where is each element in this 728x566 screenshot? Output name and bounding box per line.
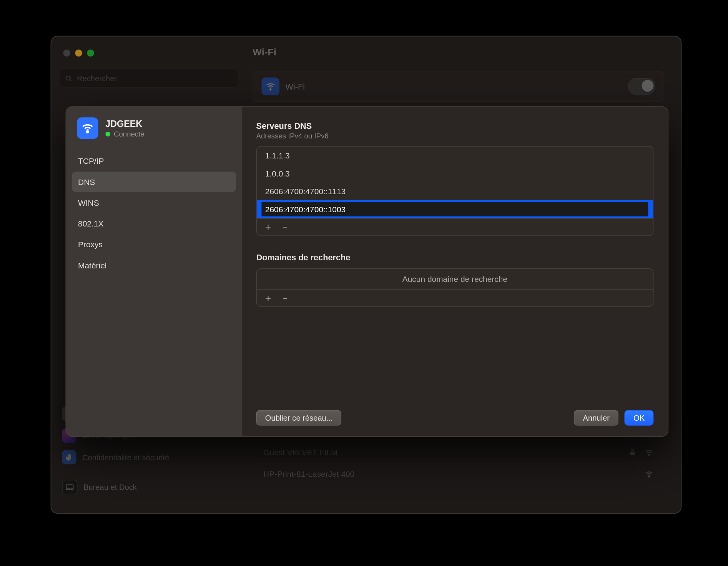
svg-point-12	[87, 131, 88, 133]
dns-server-row-editing[interactable]	[257, 200, 653, 218]
dns-servers-subtitle: Adresses IPv4 ou IPv6	[256, 132, 654, 140]
tab-tcpip[interactable]: TCP/IP	[72, 151, 236, 171]
dns-table-footer: ＋ －	[257, 218, 653, 235]
ok-button[interactable]: OK	[625, 410, 654, 425]
tab-8021x[interactable]: 802.1X	[72, 213, 236, 234]
remove-search-domain-button[interactable]: －	[281, 294, 289, 302]
search-domains-empty: Aucun domaine de recherche	[257, 269, 653, 289]
status-dot-icon	[105, 132, 110, 136]
tab-hardware[interactable]: Matériel	[72, 255, 236, 275]
search-domains-footer: ＋ －	[257, 289, 653, 306]
wifi-icon	[77, 117, 98, 139]
tab-proxies[interactable]: Proxys	[72, 234, 236, 255]
add-dns-button[interactable]: ＋	[264, 223, 273, 231]
modal-tabs: TCP/IP DNS WINS 802.1X Proxys Matériel	[66, 151, 242, 275]
cancel-button[interactable]: Annuler	[574, 410, 618, 425]
network-status: Connecté	[105, 130, 144, 138]
dns-server-input[interactable]	[261, 202, 648, 216]
status-label: Connecté	[114, 130, 145, 138]
network-settings-modal: JDGEEK Connecté TCP/IP DNS WINS 802.1X P…	[66, 106, 669, 437]
search-domains-heading: Domaines de recherche	[256, 253, 654, 262]
forget-network-button[interactable]: Oublier ce réseau...	[256, 410, 342, 425]
dns-server-row[interactable]: 2606:4700:4700::1113	[257, 182, 653, 200]
modal-content: Serveurs DNS Adresses IPv4 ou IPv6 1.1.1…	[242, 107, 668, 436]
modal-sidebar: JDGEEK Connecté TCP/IP DNS WINS 802.1X P…	[66, 107, 242, 436]
add-search-domain-button[interactable]: ＋	[264, 294, 273, 302]
search-domains-table: Aucun domaine de recherche ＋ －	[256, 268, 654, 307]
dns-servers-table: 1.1.1.3 1.0.0.3 2606:4700:4700::1113 ＋ －	[256, 146, 654, 236]
network-name: JDGEEK	[105, 118, 144, 128]
modal-footer: Oublier ce réseau... Annuler OK	[256, 410, 654, 425]
tab-wins[interactable]: WINS	[72, 193, 236, 213]
dns-servers-heading: Serveurs DNS	[256, 121, 654, 131]
network-header: JDGEEK Connecté	[66, 107, 242, 143]
tab-dns[interactable]: DNS	[72, 171, 236, 192]
remove-dns-button[interactable]: －	[281, 223, 289, 231]
dns-server-row[interactable]: 1.0.0.3	[257, 165, 653, 183]
dns-server-row[interactable]: 1.1.1.3	[257, 146, 653, 165]
